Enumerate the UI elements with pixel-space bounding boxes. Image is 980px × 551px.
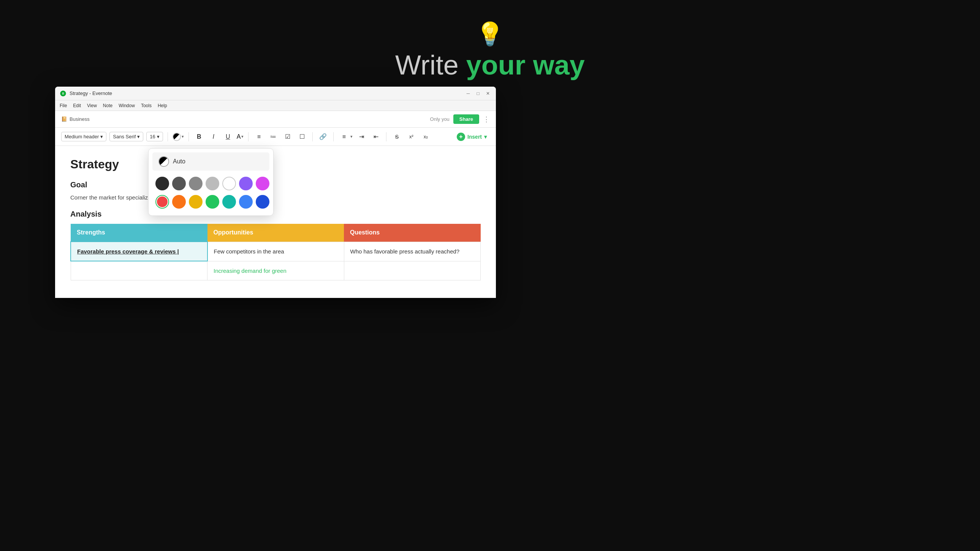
subscript-button[interactable]: x₂ — [420, 131, 431, 142]
align-chevron-icon[interactable]: ▾ — [350, 134, 353, 139]
questions-text-1: Who has favorable press actually reached… — [350, 248, 460, 255]
size-dropdown[interactable]: 16 ▾ — [146, 132, 163, 141]
underline-button[interactable]: U — [222, 131, 234, 142]
table-header-opportunities: Opportunities — [207, 224, 344, 242]
toolbar: Medium header ▾ Sans Serif ▾ 16 ▾ ▾ B I … — [55, 128, 496, 146]
indent-button[interactable]: ⇥ — [356, 131, 367, 142]
breadcrumb: 📔 Business — [61, 116, 90, 122]
font-dropdown-chevron-icon: ▾ — [137, 134, 140, 139]
hero-title: Write your way — [395, 49, 585, 81]
menu-tools[interactable]: Tools — [141, 103, 152, 108]
hero-title-green: your way — [466, 50, 585, 80]
menu-help[interactable]: Help — [158, 103, 167, 108]
table-row: Favorable press coverage & reviews | Few… — [71, 242, 481, 261]
goal-heading: Goal — [70, 180, 481, 189]
visibility-label: Only you — [430, 116, 450, 122]
style-dropdown[interactable]: Medium header ▾ — [61, 132, 107, 141]
color-swatch-magenta[interactable] — [256, 177, 269, 190]
table-cell-strengths-1[interactable]: Favorable press coverage & reviews | — [71, 242, 207, 261]
evernote-window: Strategy - Evernote ─ □ ✕ File Edit View… — [55, 87, 496, 298]
hero-title-plain: Write — [395, 50, 466, 80]
menu-note[interactable]: Note — [103, 103, 113, 108]
table-row-2: Increasing demand for green — [71, 261, 481, 280]
lightbulb-icon: 💡 — [395, 23, 585, 46]
bold-button[interactable]: B — [193, 131, 205, 142]
table-cell-opportunities-1: Few competitors in the area — [207, 242, 344, 261]
note-header-bar: 📔 Business Only you Share ⋮ — [55, 111, 496, 128]
divider-3 — [248, 132, 248, 141]
color-swatch-medium-gray[interactable] — [189, 177, 202, 190]
minimize-button[interactable]: ─ — [465, 90, 472, 97]
size-dropdown-chevron-icon: ▾ — [157, 134, 160, 139]
link-button[interactable]: 🔗 — [317, 131, 329, 142]
checklist-button[interactable]: ☑ — [282, 131, 293, 142]
color-swatch-light-gray[interactable] — [205, 177, 219, 190]
table-header-questions: Questions — [344, 224, 481, 242]
maximize-button[interactable]: □ — [475, 90, 482, 97]
italic-button[interactable]: I — [208, 131, 219, 142]
goal-text: Corner the market for specializing in mo… — [70, 193, 481, 202]
color-swatch-teal[interactable] — [222, 195, 236, 209]
breadcrumb-text: Business — [70, 116, 90, 122]
note-content: Strategy Goal Corner the market for spec… — [55, 146, 496, 298]
hero-section: 💡 Write your way — [395, 23, 585, 81]
color-picker-popup: Auto — [148, 148, 274, 216]
menu-view[interactable]: View — [87, 103, 97, 108]
highlight-chevron-icon[interactable]: ▾ — [241, 134, 243, 139]
table-header-strengths: Strengths — [71, 224, 207, 242]
text-color-group[interactable]: ▾ — [172, 133, 184, 141]
close-button[interactable]: ✕ — [485, 90, 491, 97]
divider-1 — [167, 132, 168, 141]
title-bar: Strategy - Evernote ─ □ ✕ — [55, 87, 496, 100]
numbered-list-button[interactable]: ≔ — [267, 131, 279, 142]
color-swatch-green[interactable] — [205, 195, 219, 209]
table-cell-questions-1: Who has favorable press actually reached… — [344, 242, 481, 261]
color-swatch-orange[interactable] — [172, 195, 186, 209]
color-swatch-yellow[interactable] — [189, 195, 202, 209]
align-group[interactable]: ≡ ▾ — [338, 131, 353, 142]
color-swatch-purple[interactable] — [239, 177, 253, 190]
menu-edit[interactable]: Edit — [73, 103, 81, 108]
bullet-list-button[interactable]: ≡ — [253, 131, 264, 142]
color-grid-row1 — [153, 175, 269, 193]
color-swatch-blue[interactable] — [239, 195, 253, 209]
note-title: Strategy — [70, 157, 481, 171]
auto-color-label: Auto — [173, 158, 185, 165]
color-grid-row2 — [153, 193, 269, 212]
font-dropdown-label: Sans Serif — [113, 134, 136, 139]
opportunities-text-2: Increasing demand for green — [213, 268, 286, 274]
analysis-heading: Analysis — [70, 210, 481, 218]
color-swatch-dark-gray[interactable] — [172, 177, 186, 190]
divider-6 — [386, 132, 387, 141]
menu-window[interactable]: Window — [119, 103, 135, 108]
highlight-icon: A — [237, 134, 241, 140]
table-cell-questions-2 — [344, 261, 481, 280]
outdent-button[interactable]: ⇤ — [370, 131, 382, 142]
more-options-button[interactable]: ⋮ — [483, 115, 490, 124]
color-swatch-black[interactable] — [156, 177, 169, 190]
align-button[interactable]: ≡ — [338, 131, 350, 142]
text-color-chevron-icon[interactable]: ▾ — [181, 134, 184, 139]
style-dropdown-chevron-icon: ▾ — [100, 134, 103, 139]
text-color-button[interactable] — [172, 133, 181, 141]
color-swatch-red[interactable] — [156, 195, 169, 209]
divider-4 — [312, 132, 313, 141]
insert-label: Insert — [468, 134, 482, 140]
window-controls: ─ □ ✕ — [465, 90, 491, 97]
color-swatch-dark-blue[interactable] — [256, 195, 269, 209]
superscript-button[interactable]: x² — [406, 131, 417, 142]
highlight-color-group[interactable]: A ▾ — [237, 134, 244, 140]
color-swatch-white[interactable] — [222, 177, 236, 190]
menu-file[interactable]: File — [60, 103, 67, 108]
share-button[interactable]: Share — [453, 115, 479, 124]
divider-5 — [333, 132, 334, 141]
opportunities-text-1: Few competitors in the area — [214, 248, 284, 255]
strikethrough-button[interactable]: S — [391, 131, 402, 142]
checkbox-button[interactable]: ☐ — [296, 131, 308, 142]
table-cell-opportunities-2: Increasing demand for green — [207, 261, 344, 280]
table-cell-strengths-2 — [71, 261, 207, 280]
window-title: Strategy - Evernote — [70, 91, 465, 96]
auto-color-option[interactable]: Auto — [153, 152, 269, 170]
insert-button[interactable]: + Insert ▾ — [454, 131, 490, 142]
font-dropdown[interactable]: Sans Serif ▾ — [110, 132, 143, 141]
